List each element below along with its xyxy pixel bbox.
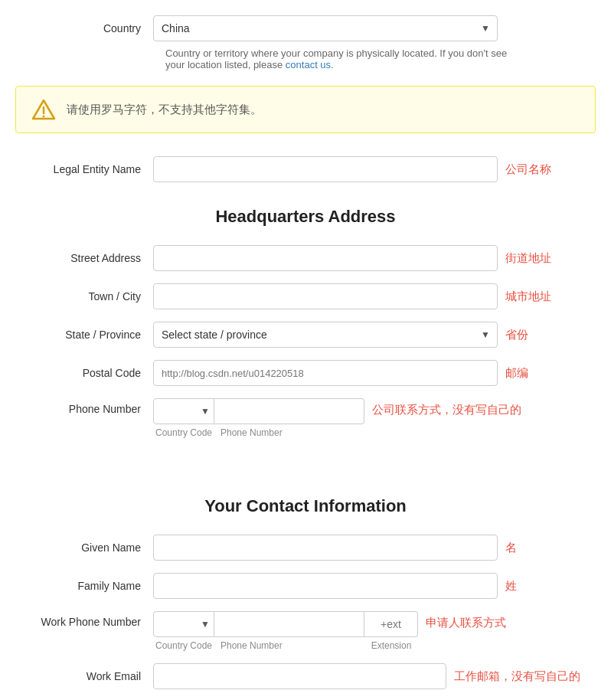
work-phone-number-input[interactable] — [214, 611, 364, 637]
work-phone-label: Work Phone Number — [31, 611, 153, 628]
family-name-input[interactable] — [153, 573, 498, 599]
hq-country-code-select[interactable] — [153, 398, 214, 424]
family-name-label: Family Name — [31, 580, 153, 592]
street-address-annotation: 街道地址 — [505, 251, 551, 266]
headquarters-title: Headquarters Address — [31, 207, 580, 227]
legal-entity-label: Legal Entity Name — [31, 163, 153, 175]
country-select-wrapper: China United States United Kingdom Germa… — [153, 15, 498, 41]
work-phone-annotation: 申请人联系方式 — [426, 616, 506, 630]
street-address-label: Street Address — [31, 252, 153, 264]
legal-entity-annotation: 公司名称 — [505, 162, 551, 177]
phone-number-field-group: ▼ Country Code Phone Number — [153, 398, 364, 438]
postal-code-input[interactable] — [153, 360, 498, 386]
phone-row: ▼ — [153, 398, 364, 424]
town-city-annotation: 城市地址 — [505, 289, 551, 304]
phone-number-label: Phone Number — [31, 398, 153, 415]
street-address-input[interactable] — [153, 245, 498, 271]
town-city-label: Town / City — [31, 290, 153, 303]
given-name-input[interactable] — [153, 535, 498, 561]
postal-code-label: Postal Code — [31, 367, 153, 379]
contact-country-code-sublabel: Country Code — [153, 640, 214, 651]
postal-code-annotation: 邮编 — [505, 366, 528, 381]
state-province-select[interactable]: Select state / province — [153, 322, 498, 348]
extension-sublabel: Extension — [364, 640, 418, 651]
warning-text: 请使用罗马字符，不支持其他字符集。 — [67, 103, 262, 117]
phone-labels: Country Code Phone Number — [153, 427, 364, 438]
given-name-annotation: 名 — [505, 541, 517, 555]
state-province-annotation: 省份 — [505, 328, 528, 342]
legal-entity-input[interactable] — [153, 156, 498, 182]
work-phone-ext-input[interactable] — [364, 611, 418, 637]
work-phone-field-group: ▼ Country Code Phone Number Extension — [153, 611, 418, 651]
hq-phone-number-sublabel: Phone Number — [214, 427, 364, 438]
country-select[interactable]: China United States United Kingdom Germa… — [153, 15, 498, 41]
work-email-annotation: 工作邮箱，没有写自己的 — [454, 669, 580, 684]
country-description: Country or territory where your company … — [165, 47, 510, 70]
state-province-select-wrapper: Select state / province ▼ — [153, 322, 498, 348]
hq-country-code-select-wrapper: ▼ — [153, 398, 214, 424]
given-name-label: Given Name — [31, 541, 153, 554]
family-name-annotation: 姓 — [505, 579, 517, 594]
contact-us-link[interactable]: contact us. — [286, 59, 334, 70]
warning-icon — [31, 97, 56, 122]
work-email-input[interactable] — [153, 663, 446, 689]
contact-country-code-select[interactable] — [153, 611, 214, 637]
country-label: Country — [31, 22, 153, 34]
contact-phone-number-sublabel: Phone Number — [214, 640, 364, 651]
work-phone-labels: Country Code Phone Number Extension — [153, 640, 418, 651]
phone-annotation: 公司联系方式，没有写自己的 — [372, 403, 521, 417]
contact-title: Your Contact Information — [31, 496, 580, 516]
hq-phone-number-input[interactable] — [214, 398, 364, 424]
svg-point-2 — [43, 116, 45, 118]
town-city-input[interactable] — [153, 283, 498, 309]
hq-country-code-sublabel: Country Code — [153, 427, 214, 438]
work-email-label: Work Email — [31, 670, 153, 682]
warning-banner: 请使用罗马字符，不支持其他字符集。 — [15, 86, 596, 133]
contact-country-code-select-wrapper: ▼ — [153, 611, 214, 637]
work-phone-row: ▼ — [153, 611, 418, 637]
state-province-label: State / Province — [31, 329, 153, 341]
